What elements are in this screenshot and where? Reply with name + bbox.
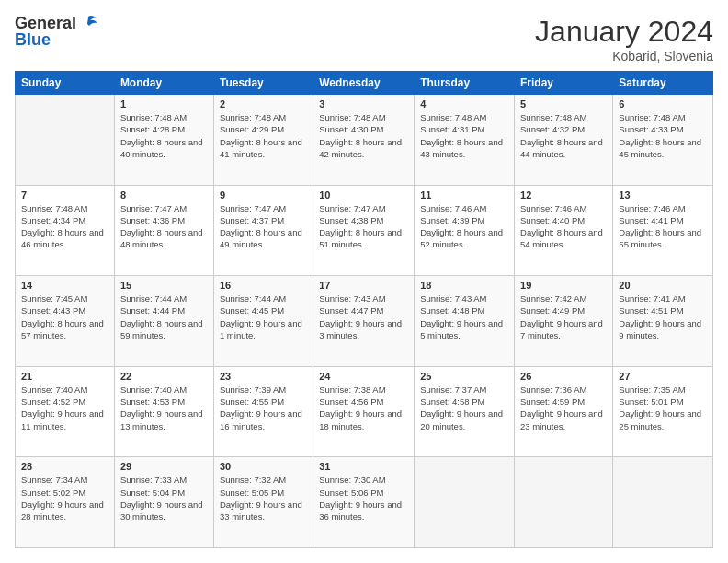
calendar-cell: 2Sunrise: 7:48 AMSunset: 4:29 PMDaylight… — [213, 95, 313, 186]
day-number: 23 — [220, 371, 307, 382]
calendar-cell: 27Sunrise: 7:35 AMSunset: 5:01 PMDayligh… — [613, 366, 713, 457]
calendar-cell: 3Sunrise: 7:48 AMSunset: 4:30 PMDaylight… — [313, 95, 415, 186]
day-info: Sunrise: 7:48 AMSunset: 4:33 PMDaylight:… — [619, 111, 707, 160]
day-number: 27 — [619, 371, 707, 382]
day-info: Sunrise: 7:37 AMSunset: 4:58 PMDaylight:… — [420, 384, 508, 432]
calendar-cell: 5Sunrise: 7:48 AMSunset: 4:32 PMDaylight… — [515, 95, 613, 186]
day-number: 16 — [220, 280, 307, 291]
day-info: Sunrise: 7:36 AMSunset: 4:59 PMDaylight:… — [520, 384, 607, 432]
day-info: Sunrise: 7:45 AMSunset: 4:43 PMDaylight:… — [21, 293, 108, 341]
day-info: Sunrise: 7:32 AMSunset: 5:05 PMDaylight:… — [220, 474, 307, 523]
day-info: Sunrise: 7:46 AMSunset: 4:41 PMDaylight:… — [619, 202, 707, 251]
day-number: 22 — [120, 371, 208, 382]
calendar-cell: 23Sunrise: 7:39 AMSunset: 4:55 PMDayligh… — [213, 366, 313, 457]
calendar-cell: 14Sunrise: 7:45 AMSunset: 4:43 PMDayligh… — [16, 276, 115, 367]
day-number: 4 — [420, 98, 508, 109]
day-info: Sunrise: 7:41 AMSunset: 4:51 PMDaylight:… — [619, 293, 707, 341]
day-info: Sunrise: 7:48 AMSunset: 4:29 PMDaylight:… — [220, 111, 307, 160]
day-number: 14 — [21, 280, 108, 291]
day-number: 28 — [21, 461, 108, 472]
day-number: 26 — [520, 371, 607, 382]
day-number: 19 — [520, 280, 607, 291]
calendar-cell: 22Sunrise: 7:40 AMSunset: 4:53 PMDayligh… — [114, 366, 213, 457]
day-info: Sunrise: 7:40 AMSunset: 4:52 PMDaylight:… — [21, 384, 108, 432]
calendar-cell: 29Sunrise: 7:33 AMSunset: 5:04 PMDayligh… — [114, 457, 213, 548]
day-number: 20 — [619, 280, 707, 291]
day-info: Sunrise: 7:42 AMSunset: 4:49 PMDaylight:… — [520, 293, 607, 341]
calendar-table: Sunday Monday Tuesday Wednesday Thursday… — [15, 71, 713, 548]
day-number: 21 — [21, 371, 108, 382]
header-row: Sunday Monday Tuesday Wednesday Thursday… — [16, 72, 713, 95]
calendar-cell: 13Sunrise: 7:46 AMSunset: 4:41 PMDayligh… — [613, 185, 713, 276]
day-number: 1 — [120, 98, 208, 109]
calendar-cell: 20Sunrise: 7:41 AMSunset: 4:51 PMDayligh… — [613, 276, 713, 367]
col-friday: Friday — [515, 72, 613, 95]
col-thursday: Thursday — [415, 72, 515, 95]
week-row-5: 28Sunrise: 7:34 AMSunset: 5:02 PMDayligh… — [16, 457, 713, 548]
calendar-cell: 7Sunrise: 7:48 AMSunset: 4:34 PMDaylight… — [16, 185, 115, 276]
day-info: Sunrise: 7:47 AMSunset: 4:36 PMDaylight:… — [120, 202, 208, 251]
day-info: Sunrise: 7:48 AMSunset: 4:32 PMDaylight:… — [520, 111, 607, 160]
col-sunday: Sunday — [16, 72, 115, 95]
calendar-cell: 21Sunrise: 7:40 AMSunset: 4:52 PMDayligh… — [16, 366, 115, 457]
calendar-cell: 1Sunrise: 7:48 AMSunset: 4:28 PMDaylight… — [114, 95, 213, 186]
day-info: Sunrise: 7:48 AMSunset: 4:31 PMDaylight:… — [420, 111, 508, 160]
day-info: Sunrise: 7:38 AMSunset: 4:56 PMDaylight:… — [319, 384, 408, 432]
day-number: 10 — [319, 190, 408, 201]
day-number: 11 — [420, 190, 508, 201]
day-number: 12 — [520, 190, 607, 201]
col-saturday: Saturday — [613, 72, 713, 95]
header: General Blue January 2024 Kobarid, Slove… — [15, 15, 713, 63]
day-number: 8 — [120, 190, 208, 201]
day-info: Sunrise: 7:48 AMSunset: 4:30 PMDaylight:… — [319, 111, 408, 160]
calendar-cell: 28Sunrise: 7:34 AMSunset: 5:02 PMDayligh… — [16, 457, 115, 548]
day-number: 17 — [319, 280, 408, 291]
calendar-cell: 25Sunrise: 7:37 AMSunset: 4:58 PMDayligh… — [415, 366, 515, 457]
week-row-3: 14Sunrise: 7:45 AMSunset: 4:43 PMDayligh… — [16, 276, 713, 367]
calendar-cell: 16Sunrise: 7:44 AMSunset: 4:45 PMDayligh… — [213, 276, 313, 367]
day-info: Sunrise: 7:48 AMSunset: 4:28 PMDaylight:… — [120, 111, 208, 160]
col-monday: Monday — [114, 72, 213, 95]
calendar-cell: 6Sunrise: 7:48 AMSunset: 4:33 PMDaylight… — [613, 95, 713, 186]
calendar-cell — [613, 457, 713, 548]
calendar-cell: 19Sunrise: 7:42 AMSunset: 4:49 PMDayligh… — [515, 276, 613, 367]
day-info: Sunrise: 7:35 AMSunset: 5:01 PMDaylight:… — [619, 384, 707, 432]
day-info: Sunrise: 7:46 AMSunset: 4:39 PMDaylight:… — [420, 202, 508, 251]
day-number: 5 — [520, 98, 607, 109]
logo-bird-icon — [78, 15, 98, 33]
day-number: 3 — [319, 98, 408, 109]
day-info: Sunrise: 7:40 AMSunset: 4:53 PMDaylight:… — [120, 384, 208, 432]
day-number: 2 — [220, 98, 307, 109]
day-info: Sunrise: 7:44 AMSunset: 4:44 PMDaylight:… — [120, 293, 208, 341]
calendar-cell: 24Sunrise: 7:38 AMSunset: 4:56 PMDayligh… — [313, 366, 415, 457]
calendar-cell: 15Sunrise: 7:44 AMSunset: 4:44 PMDayligh… — [114, 276, 213, 367]
day-info: Sunrise: 7:43 AMSunset: 4:48 PMDaylight:… — [420, 293, 508, 341]
calendar-cell: 10Sunrise: 7:47 AMSunset: 4:38 PMDayligh… — [313, 185, 415, 276]
day-info: Sunrise: 7:33 AMSunset: 5:04 PMDaylight:… — [120, 474, 208, 523]
day-number: 13 — [619, 190, 707, 201]
day-info: Sunrise: 7:44 AMSunset: 4:45 PMDaylight:… — [220, 293, 307, 341]
day-info: Sunrise: 7:34 AMSunset: 5:02 PMDaylight:… — [21, 474, 108, 523]
calendar-cell: 8Sunrise: 7:47 AMSunset: 4:36 PMDaylight… — [114, 185, 213, 276]
month-title: January 2024 — [535, 15, 713, 49]
logo: General Blue — [15, 15, 98, 50]
page: General Blue January 2024 Kobarid, Slove… — [0, 0, 728, 563]
calendar-cell: 9Sunrise: 7:47 AMSunset: 4:37 PMDaylight… — [213, 185, 313, 276]
calendar-cell: 17Sunrise: 7:43 AMSunset: 4:47 PMDayligh… — [313, 276, 415, 367]
day-info: Sunrise: 7:30 AMSunset: 5:06 PMDaylight:… — [319, 474, 408, 523]
day-info: Sunrise: 7:47 AMSunset: 4:37 PMDaylight:… — [220, 202, 307, 251]
day-info: Sunrise: 7:46 AMSunset: 4:40 PMDaylight:… — [520, 202, 607, 251]
location: Kobarid, Slovenia — [535, 49, 713, 63]
col-wednesday: Wednesday — [313, 72, 415, 95]
day-number: 29 — [120, 461, 208, 472]
day-number: 15 — [120, 280, 208, 291]
day-info: Sunrise: 7:47 AMSunset: 4:38 PMDaylight:… — [319, 202, 408, 251]
day-number: 9 — [220, 190, 307, 201]
calendar-cell: 11Sunrise: 7:46 AMSunset: 4:39 PMDayligh… — [415, 185, 515, 276]
calendar-cell: 26Sunrise: 7:36 AMSunset: 4:59 PMDayligh… — [515, 366, 613, 457]
day-number: 25 — [420, 371, 508, 382]
calendar-cell: 12Sunrise: 7:46 AMSunset: 4:40 PMDayligh… — [515, 185, 613, 276]
calendar-cell — [16, 95, 115, 186]
day-number: 18 — [420, 280, 508, 291]
day-number: 24 — [319, 371, 408, 382]
